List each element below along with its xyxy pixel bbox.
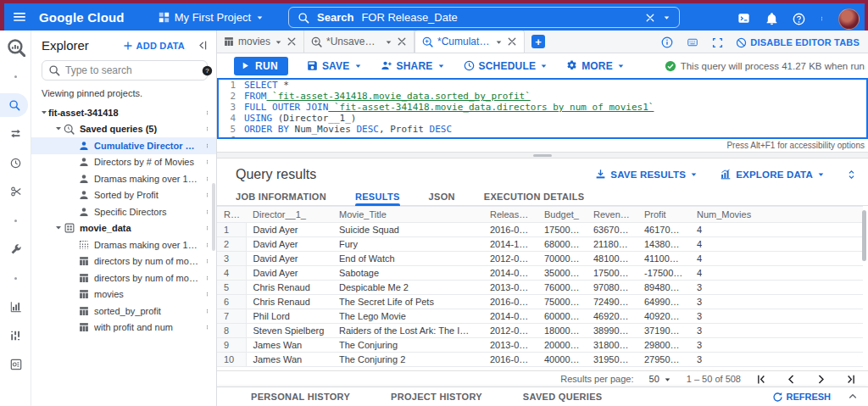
kebab-menu-icon[interactable]: [201, 321, 213, 333]
collapse-explorer-icon[interactable]: [197, 40, 208, 51]
search-options-chevron-icon[interactable]: [663, 14, 670, 21]
monitoring-icon[interactable]: [0, 295, 31, 319]
share-button[interactable]: SHARE: [381, 60, 445, 72]
table-cell: 318000000: [587, 338, 637, 353]
results-tab-results[interactable]: RESULTS: [355, 190, 400, 205]
sql-workspace-icon[interactable]: [0, 93, 28, 117]
chevron-down-icon[interactable]: [495, 38, 503, 46]
global-search-bar[interactable]: Search FOR Release_Date: [288, 7, 680, 28]
search-help-icon[interactable]: ?: [202, 65, 213, 76]
shortcuts-icon[interactable]: [686, 37, 699, 47]
bigquery-logo-icon[interactable]: [0, 36, 31, 59]
kebab-menu-icon[interactable]: [201, 305, 213, 317]
close-tab-icon[interactable]: [507, 36, 517, 47]
save-button[interactable]: SAVE: [307, 60, 362, 72]
explorer-search-box[interactable]: ?: [42, 60, 208, 81]
more-button[interactable]: MORE: [566, 60, 625, 72]
explorer-scrollbar[interactable]: [212, 183, 215, 251]
fullscreen-icon[interactable]: [712, 37, 723, 48]
history-tab-personal-history[interactable]: PERSONAL HISTORY: [251, 392, 350, 402]
results-tab-job-information[interactable]: JOB INFORMATION: [236, 190, 326, 205]
kebab-menu-icon[interactable]: [201, 206, 213, 218]
tree-item[interactable]: movie_data: [31, 220, 216, 237]
hamburger-menu-icon[interactable]: [12, 9, 27, 25]
tree-item[interactable]: Dramas making over 100 000 000: [31, 236, 216, 253]
chevron-down-icon[interactable]: [385, 38, 392, 46]
close-tab-icon[interactable]: [287, 36, 297, 47]
prev-page-icon[interactable]: [786, 374, 797, 385]
close-tab-icon[interactable]: [397, 36, 407, 47]
disable-editor-tabs-button[interactable]: DISABLE EDITOR TABS: [736, 37, 860, 48]
help-icon[interactable]: [793, 13, 805, 25]
kebab-menu-icon[interactable]: [201, 272, 213, 284]
kebab-menu-icon[interactable]: [201, 239, 213, 251]
first-page-icon[interactable]: [756, 374, 767, 385]
tree-item[interactable]: Dramas making over 100,000,00...: [31, 170, 216, 187]
google-cloud-logo[interactable]: Google Cloud: [39, 10, 125, 25]
project-selector[interactable]: My First Project: [159, 11, 264, 24]
scheduled-queries-icon[interactable]: [0, 151, 31, 175]
refresh-button[interactable]: REFRESH: [772, 392, 831, 403]
kebab-menu-icon[interactable]: [201, 123, 213, 135]
clear-search-icon[interactable]: [645, 13, 655, 23]
tree-item[interactable]: Directors by # of Movies: [31, 154, 216, 171]
kebab-menu-icon[interactable]: [201, 156, 213, 168]
admin-icon[interactable]: [0, 237, 31, 261]
history-tab-project-history[interactable]: PROJECT HISTORY: [391, 392, 482, 402]
add-data-button[interactable]: ADD DATA: [123, 41, 185, 51]
more-options-icon[interactable]: [820, 13, 824, 25]
tree-item[interactable]: sorted_by_profit: [31, 303, 216, 320]
expand-arrow-icon[interactable]: [54, 125, 63, 132]
user-avatar[interactable]: [838, 8, 860, 30]
last-page-icon[interactable]: [845, 374, 856, 385]
results-tab-execution-details[interactable]: EXECUTION DETAILS: [484, 190, 585, 205]
bi-engine-icon[interactable]: [0, 353, 31, 376]
notifications-icon[interactable]: [765, 13, 778, 25]
tree-item[interactable]: directors by num of movies1: [31, 270, 216, 286]
panel-splitter[interactable]: [217, 152, 868, 159]
kebab-menu-icon[interactable]: [201, 255, 213, 267]
editor-tab[interactable]: *Cumulati...nue: [415, 30, 525, 53]
disable-icon: [736, 37, 747, 48]
results-tab-json[interactable]: JSON: [429, 190, 455, 205]
kebab-menu-icon[interactable]: [201, 222, 213, 234]
tree-item[interactable]: Specific Directors: [31, 203, 216, 220]
run-button[interactable]: RUN: [234, 57, 288, 75]
sql-editor[interactable]: 1SELECT *2FROM `fit-asset-341418.movie_d…: [217, 78, 868, 139]
cloud-shell-icon[interactable]: [737, 13, 751, 25]
tree-item[interactable]: with profit and num: [31, 320, 216, 336]
collapse-results-button[interactable]: [847, 169, 856, 181]
tree-item[interactable]: movies: [31, 286, 216, 303]
kebab-menu-icon[interactable]: [201, 189, 213, 201]
tree-item[interactable]: directors by num of movies: [31, 253, 216, 270]
save-results-button[interactable]: SAVE RESULTS: [595, 169, 698, 180]
expand-arrow-icon[interactable]: [40, 109, 48, 116]
expand-arrow-icon[interactable]: [54, 225, 63, 231]
per-page-select[interactable]: 50: [649, 374, 671, 384]
explorer-search-input[interactable]: [65, 64, 197, 76]
reservations-icon[interactable]: [0, 180, 31, 203]
rail-separator-dot: [0, 64, 31, 88]
chevron-up-icon[interactable]: [848, 392, 858, 402]
tree-item[interactable]: Sorted by Profit: [31, 187, 216, 204]
kebab-menu-icon[interactable]: [201, 173, 213, 185]
schedule-button[interactable]: SCHEDULE: [464, 60, 548, 72]
history-tab-saved-queries[interactable]: SAVED QUERIES: [523, 392, 603, 402]
explore-data-button[interactable]: EXPLORE DATA: [720, 169, 825, 180]
new-tab-button[interactable]: +: [531, 35, 545, 48]
results-scrollbar[interactable]: [862, 210, 866, 261]
tree-item[interactable]: Saved queries (5): [31, 121, 216, 138]
tree-item[interactable]: fit-asset-341418: [31, 104, 216, 121]
editor-tab[interactable]: movies: [217, 31, 304, 53]
capacity-icon[interactable]: [0, 324, 31, 348]
data-transfers-icon[interactable]: [0, 122, 31, 146]
info-icon[interactable]: [661, 36, 673, 48]
explorer-panel: Explorer ADD DATA ? Viewing pinned proje…: [31, 31, 217, 406]
tree-item[interactable]: Cumulative Director Revenue: [31, 137, 216, 154]
kebab-menu-icon[interactable]: [201, 107, 213, 119]
editor-tab[interactable]: *Unsaved ...y 4: [304, 31, 415, 53]
chevron-down-icon[interactable]: [275, 38, 282, 46]
next-page-icon[interactable]: [815, 374, 826, 385]
kebab-menu-icon[interactable]: [201, 288, 213, 300]
kebab-menu-icon[interactable]: [201, 140, 213, 152]
